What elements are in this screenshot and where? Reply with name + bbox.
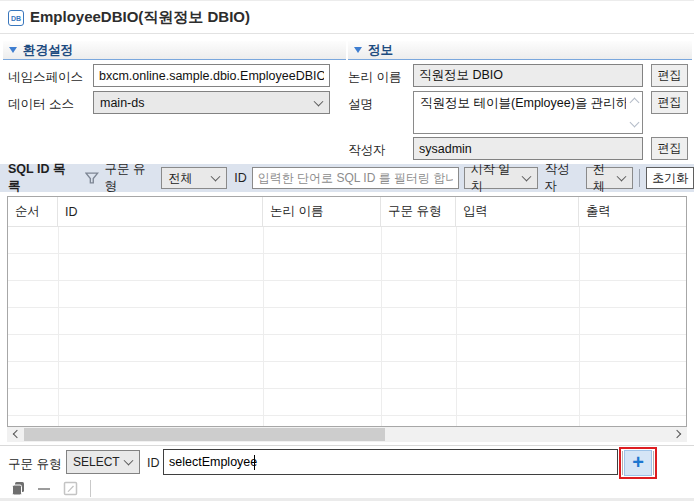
namespace-label: 네임스페이스	[8, 69, 83, 86]
separator	[90, 480, 91, 497]
edit-description-button[interactable]: 편집	[651, 91, 688, 114]
section-title-info: 정보	[368, 42, 393, 59]
reset-filter-button[interactable]: 초기화	[646, 167, 694, 189]
scroll-left-icon[interactable]	[12, 430, 20, 438]
filter-stmt-type-select[interactable]: 전체	[161, 167, 227, 189]
datasource-select[interactable]: main-ds	[93, 91, 330, 114]
scroll-up-icon[interactable]	[630, 98, 640, 108]
highlight-red-box: +	[619, 447, 657, 479]
add-id-input[interactable]	[163, 449, 618, 475]
chevron-down-icon	[617, 172, 627, 182]
column-header-stmt-type[interactable]: 구문 유형	[381, 197, 456, 226]
separator	[622, 451, 623, 475]
section-title-env: 환경설정	[23, 42, 73, 59]
title-bar: DB EmployeeDBIO(직원정보 DBIO)	[0, 1, 694, 34]
edit-icon[interactable]	[62, 481, 78, 497]
chevron-down-icon	[211, 172, 221, 182]
namespace-input[interactable]	[93, 64, 330, 87]
filter-author-value: 전체	[593, 161, 614, 195]
copy-icon[interactable]	[10, 481, 26, 497]
scroll-down-icon[interactable]	[630, 118, 640, 128]
filter-author-label: 작성자	[545, 161, 581, 195]
sql-id-list-title: SQL ID 목록	[8, 161, 76, 195]
bottom-toolbar	[0, 479, 694, 498]
column-header-logical-name[interactable]: 논리 이름	[263, 197, 381, 226]
chevron-down-icon	[521, 172, 531, 182]
chevron-down-icon	[314, 96, 324, 106]
column-header-order[interactable]: 순서	[8, 197, 58, 226]
filter-match-mode-select[interactable]: 시작 일치	[464, 167, 538, 189]
datasource-value: main-ds	[100, 96, 144, 110]
grid-line	[456, 227, 457, 426]
author-field: sysadmin	[413, 137, 643, 160]
table-body-empty[interactable]	[8, 227, 686, 426]
add-sql-id-row: 구문 유형 SELECT ID +	[0, 445, 694, 479]
dbio-editor-window: DB EmployeeDBIO(직원정보 DBIO) 환경설정 정보 네임스페이…	[0, 0, 694, 501]
grid-line	[381, 227, 382, 426]
dbio-file-icon: DB	[8, 10, 24, 26]
table-header-row: 순서 ID 논리 이름 구문 유형 입력 출력	[8, 197, 686, 227]
filter-match-mode-value: 시작 일치	[471, 161, 519, 195]
logical-name-field: 직원정보 DBIO	[413, 64, 643, 87]
grid-line	[263, 227, 264, 426]
add-stmt-type-select[interactable]: SELECT	[66, 450, 140, 474]
datasource-label: 데이터 소스	[8, 96, 74, 113]
add-sql-id-button[interactable]: +	[624, 450, 652, 476]
add-stmt-type-label: 구문 유형	[8, 456, 61, 473]
grid-line	[58, 227, 59, 426]
filter-id-input[interactable]	[252, 167, 459, 189]
filter-funnel-icon	[85, 171, 99, 185]
page-title: EmployeeDBIO(직원정보 DBIO)	[30, 8, 250, 27]
column-header-input[interactable]: 입력	[456, 197, 579, 226]
collapse-triangle-icon	[9, 47, 17, 53]
description-text: 직원정보 테이블(Employee)을 관리하는	[420, 95, 626, 112]
remove-icon[interactable]	[36, 481, 52, 497]
add-id-label: ID	[147, 456, 160, 470]
edit-author-button[interactable]: 편집	[651, 137, 688, 160]
scroll-right-icon[interactable]	[674, 430, 682, 438]
column-header-output[interactable]: 출력	[579, 197, 686, 226]
column-header-id[interactable]: ID	[58, 197, 263, 226]
section-header-info[interactable]: 정보	[348, 41, 692, 60]
filter-author-select[interactable]: 전체	[586, 167, 633, 189]
description-label: 설명	[348, 96, 373, 113]
separator	[653, 451, 654, 475]
chevron-down-icon	[124, 456, 134, 466]
edit-logical-name-button[interactable]: 편집	[651, 64, 688, 87]
text-caret	[254, 455, 255, 470]
add-stmt-type-value: SELECT	[73, 455, 120, 469]
filter-stmt-type-value: 전체	[168, 170, 192, 187]
horizontal-scrollbar[interactable]	[7, 427, 687, 442]
section-header-env[interactable]: 환경설정	[3, 41, 346, 60]
logical-name-label: 논리 이름	[348, 69, 401, 86]
author-label: 작성자	[348, 142, 386, 159]
separator	[639, 169, 640, 187]
collapse-triangle-icon	[354, 47, 362, 53]
sql-id-filter-bar: SQL ID 목록 구문 유형 전체 ID 시작 일치 작성자 전체 초기화	[0, 164, 694, 192]
filter-stmt-type-label: 구문 유형	[105, 161, 157, 195]
filter-id-label: ID	[234, 171, 247, 185]
grid-line	[579, 227, 580, 426]
description-field: 직원정보 테이블(Employee)을 관리하는	[413, 91, 643, 134]
scrollbar-thumb[interactable]	[24, 428, 385, 441]
sql-id-table: 순서 ID 논리 이름 구문 유형 입력 출력	[7, 196, 687, 427]
